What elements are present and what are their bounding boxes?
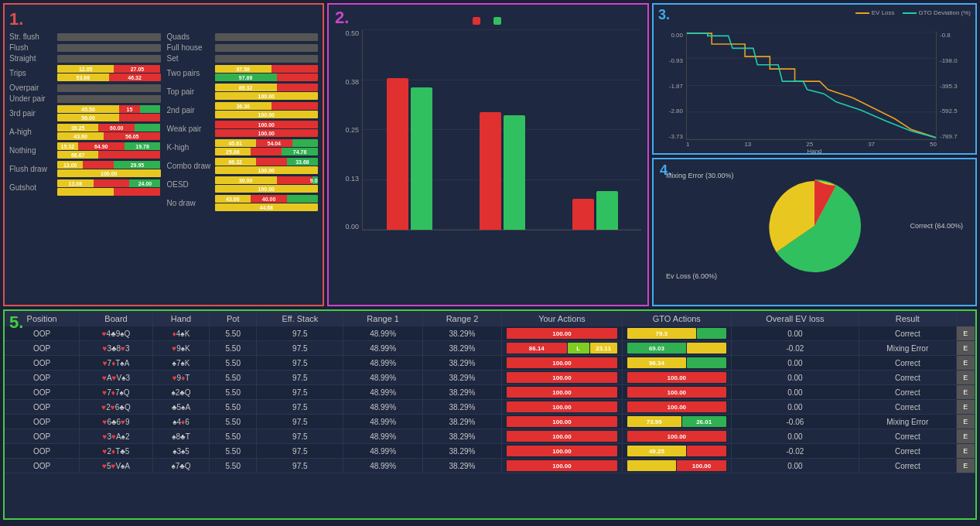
hand-str-flush: Str. flush [9,32,161,41]
table-cell: Correct [859,326,956,341]
your-actions-cell: 100.00 [502,429,623,444]
bar-group-fold [480,112,525,230]
table-cell: 48.99% [343,444,422,459]
bar-fold-you [480,112,501,230]
chart3-legend: EV Loss GTO Deviation (%) [658,9,971,16]
table-cell: ♠4♦6 [152,415,210,429]
action-segment: 49.25 [627,446,686,456]
table-row: OOP♥2♥6♣Q♣5♠A5.5097.548.99%38.29%100.001… [5,400,975,415]
table-cell: 48.99% [343,400,422,415]
table-cell: ♥5♥V♠A [80,459,152,473]
chart2-inner: 0.50 0.38 0.25 0.13 0.00 [335,29,641,231]
extra-cell[interactable]: E [956,385,975,400]
col-ev-loss: Overall EV loss [731,311,859,326]
table-wrap: Position Board Hand Pot Eff. Stack Range… [5,311,975,473]
action-bar: 100.00 [627,387,726,398]
hand-set: Set [167,54,319,63]
hand-oesd: OESD 30.00 9.01 100.00 [167,176,319,193]
chart3-inner [686,32,937,140]
table-cell: 0.00 [731,385,859,400]
hand-toppair: Top pair 86.32 100.00 [167,84,319,100]
table-cell: 0.00 [731,429,859,444]
action-segment: 73.99 [627,416,681,427]
chart2-yaxis: 0.50 0.38 0.25 0.13 0.00 [335,29,362,231]
col-extra [956,311,975,326]
table-cell: -0.06 [731,415,859,429]
extra-cell[interactable]: E [956,356,975,371]
gto-actions-cell: 73.9926.01 [622,415,731,429]
table-row: OOP♥2♦T♣5♠3♠55.5097.548.99%38.29%100.004… [5,444,975,459]
bar-group-call [387,78,432,230]
table-cell: OOP [5,341,80,356]
table-cell: 48.99% [343,385,422,400]
action-segment: 86.14 [507,343,566,354]
extra-cell[interactable]: E [956,400,975,415]
your-actions-cell: 100.00 [502,444,623,459]
action-bar: 73.9926.01 [627,416,726,427]
table-row: OOP♥A♥V♠3♥9♦T5.5097.548.99%38.29%100.001… [5,371,975,385]
table-cell: 38.29% [422,459,501,473]
table-cell: -0.02 [731,341,859,356]
your-actions-cell: 100.00 [502,356,623,371]
action-segment: 100.00 [507,387,617,398]
action-segment: 100.00 [627,431,726,442]
action-bar: 100.00 [627,372,726,383]
col-hand: Hand [152,311,210,326]
gto-actions-cell: 69.03 [622,341,731,356]
table-cell: 38.29% [422,341,501,356]
hand-flush: Flush [9,43,161,52]
extra-cell[interactable]: E [956,371,975,385]
table-cell: OOP [5,444,80,459]
table-cell: 38.29% [422,356,501,371]
table-cell: 97.5 [257,356,343,371]
table-cell: ♥9♦T [152,371,210,385]
col-result: Result [859,311,956,326]
bar-raise-gto [596,191,618,230]
action-bar: 100.00 [507,431,617,442]
legend-ev-loss: EV Loss [855,9,895,16]
gto-actions-cell: 100.00 [622,371,731,385]
table-cell: 38.29% [422,371,501,385]
table-cell: Correct [859,356,956,371]
table-cell: 0.00 [731,400,859,415]
action-bar: 100.00 [627,401,726,412]
panel1-right: Quads Full house Set [167,32,319,213]
hand-underpair: Under pair [9,94,161,103]
extra-cell[interactable]: E [956,444,975,459]
extra-cell[interactable]: E [956,429,975,444]
extra-cell[interactable]: E [956,415,975,429]
table-cell: 97.5 [257,444,343,459]
chart3-xaxis: 1 13 25 37 50 [658,141,971,148]
table-cell: 38.29% [422,385,501,400]
gto-actions-cell: 100.00 [622,459,731,473]
table-cell: ♦4♠K [152,326,210,341]
table-cell: -0.02 [731,444,859,459]
hand-nodraw: No draw 43.00 40.00 44.68 [167,195,319,211]
table-cell: ♥A♥V♠3 [80,371,152,385]
extra-cell[interactable]: E [956,326,975,341]
table-cell: 5.50 [210,415,257,429]
extra-cell[interactable]: E [956,459,975,473]
table-row: OOP♥3♣8♥3♥9♠K5.5097.548.99%38.29%86.14L2… [5,341,975,356]
chart2-bars [362,29,641,231]
your-actions-cell: 100.00 [502,371,623,385]
hand-ahigh: A-high 39.25 60.00 43.60 56.05 [9,124,161,140]
table-cell: ♥2♥6♣Q [80,400,152,415]
action-bar: 100.00 [627,431,726,442]
action-segment: 79.3 [627,328,696,339]
table-cell: 48.99% [343,356,422,371]
hand-trips: Trips 12.05 27.05 53.68 46.32 [9,65,161,81]
table-cell: 97.5 [257,326,343,341]
hand-combodraw: Combo draw 66.32 33.68 100.00 [167,158,319,174]
bar-call-you [387,78,408,230]
label-evloss: Ev Loss (6.00%) [666,272,717,280]
table-cell: 38.29% [422,415,501,429]
extra-cell[interactable]: E [956,341,975,356]
hand-twopairs: Two pairs 97.58 97.88 [167,65,319,81]
col-range2: Range 2 [422,311,501,326]
panel2-number: 2. [335,8,349,28]
action-segment [697,328,726,339]
table-cell: Correct [859,400,956,415]
table-cell: OOP [5,459,80,473]
panel1-number: 1. [9,9,318,29]
